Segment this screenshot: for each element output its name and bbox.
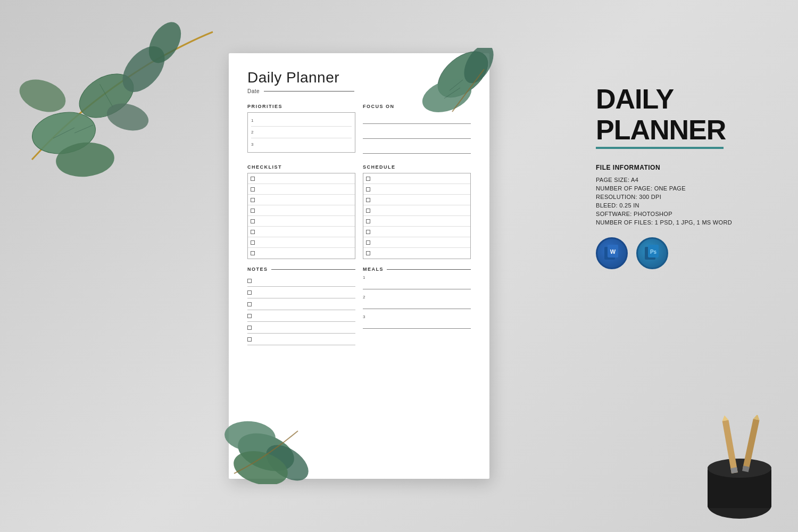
priority-num-1: 1 <box>251 118 257 123</box>
svg-point-30 <box>708 459 771 478</box>
checkbox <box>366 251 370 255</box>
notes-row <box>247 275 355 287</box>
focus-section: FOCUS ON <box>363 104 471 157</box>
planner-paper: Daily Planner Date PRIORITIES 1 2 3 FOCU… <box>229 53 489 479</box>
checkbox <box>366 240 370 245</box>
checklist-row <box>248 237 355 248</box>
meals-title-row: MEALS <box>363 267 471 272</box>
checkbox <box>247 326 252 330</box>
checkbox <box>251 209 255 213</box>
checkbox <box>251 251 255 255</box>
checkbox <box>366 219 370 223</box>
svg-point-19 <box>223 419 277 453</box>
checklist-row <box>248 173 355 184</box>
meal-line-2 <box>363 301 471 309</box>
meals-title-line <box>387 269 471 270</box>
file-info-heading: FILE INFORMATION <box>596 164 766 171</box>
svg-point-21 <box>230 446 292 484</box>
checkbox <box>247 290 252 295</box>
notes-title-row: NOTES <box>247 267 355 272</box>
checklist-row <box>248 216 355 227</box>
focus-line-2 <box>363 127 471 139</box>
checkbox <box>366 198 370 202</box>
focus-title: FOCUS ON <box>363 104 471 109</box>
checklist-row <box>248 227 355 237</box>
checklist-section: CHECKLIST <box>247 164 355 259</box>
big-title-line1: DAILY <box>596 85 766 113</box>
notes-row <box>247 322 355 334</box>
svg-text:Ps: Ps <box>650 249 657 255</box>
checkbox <box>247 302 252 306</box>
priority-num-2: 2 <box>251 130 257 135</box>
svg-text:W: W <box>610 248 616 255</box>
checkbox <box>247 314 252 318</box>
priorities-box: 1 2 3 <box>247 112 355 153</box>
checkbox <box>247 337 252 342</box>
notes-rows <box>247 275 355 345</box>
svg-point-20 <box>260 438 315 484</box>
priorities-title: PRIORITIES <box>247 104 355 109</box>
checkbox <box>251 240 255 245</box>
meal-num-1: 1 <box>363 275 471 280</box>
word-icon[interactable]: W <box>596 237 628 269</box>
priority-num-3: 3 <box>251 142 257 147</box>
checklist-title: CHECKLIST <box>247 164 355 170</box>
meal-item-3: 3 <box>363 314 471 329</box>
meal-num-2: 2 <box>363 295 471 300</box>
meal-item-1: 1 <box>363 275 471 289</box>
schedule-row <box>363 227 470 237</box>
notes-row <box>247 298 355 310</box>
big-title-line2: PLANNER <box>596 116 766 144</box>
pencil-cup-decoration <box>692 415 787 521</box>
checkbox <box>251 219 255 223</box>
focus-line-3 <box>363 142 471 154</box>
schedule-row <box>363 205 470 216</box>
svg-rect-33 <box>730 467 738 473</box>
notes-title-line <box>271 269 355 270</box>
right-panel: DAILY PLANNER FILE INFORMATION PAGE SIZE… <box>596 85 766 269</box>
priority-row-2: 2 <box>251 127 352 138</box>
schedule-row <box>363 216 470 227</box>
checkbox <box>366 209 370 213</box>
meals-list: 1 2 3 <box>363 275 471 329</box>
meal-line-3 <box>363 320 471 329</box>
checklist-schedule-row: CHECKLIST SCHEDULE <box>247 164 471 259</box>
schedule-box <box>363 173 471 259</box>
meal-num-3: 3 <box>363 314 471 319</box>
focus-line-1 <box>363 112 471 124</box>
schedule-title: SCHEDULE <box>363 164 471 170</box>
notes-row <box>247 287 355 298</box>
priorities-section: PRIORITIES 1 2 3 <box>247 104 355 157</box>
priorities-focus-row: PRIORITIES 1 2 3 FOCUS ON <box>247 104 471 157</box>
schedule-row <box>363 237 470 248</box>
date-row: Date <box>247 88 471 94</box>
date-line <box>264 91 354 92</box>
meals-title: MEALS <box>363 267 384 272</box>
checklist-row <box>248 205 355 216</box>
checkbox <box>366 187 370 192</box>
svg-marker-32 <box>721 415 729 421</box>
file-info-num-pages: NUMBER OF PAGE: ONE PAGE <box>596 185 766 192</box>
notes-row <box>247 334 355 345</box>
notes-section: NOTES <box>247 267 355 345</box>
notes-title: NOTES <box>247 267 268 272</box>
file-info-bleed: BLEED: 0.25 IN <box>596 202 766 209</box>
file-info-page-size: PAGE SIZE: A4 <box>596 177 766 183</box>
schedule-row <box>363 184 470 195</box>
checklist-row <box>248 248 355 259</box>
schedule-row <box>363 195 470 205</box>
svg-point-18 <box>232 426 299 478</box>
photoshop-icon[interactable]: Ps <box>636 237 668 269</box>
schedule-row <box>363 248 470 259</box>
checkbox <box>251 187 255 192</box>
paper-leaf-bottom-left <box>223 388 330 484</box>
file-info-software: SOFTWARE: PHOTOSHOP <box>596 211 766 217</box>
schedule-row <box>363 173 470 184</box>
focus-lines <box>363 112 471 154</box>
schedule-section: SCHEDULE <box>363 164 471 259</box>
checklist-box <box>247 173 355 259</box>
software-icons-row: W Ps <box>596 237 766 269</box>
priority-row-1: 1 <box>251 115 352 127</box>
checklist-row <box>248 184 355 195</box>
priority-row-3: 3 <box>251 138 352 150</box>
